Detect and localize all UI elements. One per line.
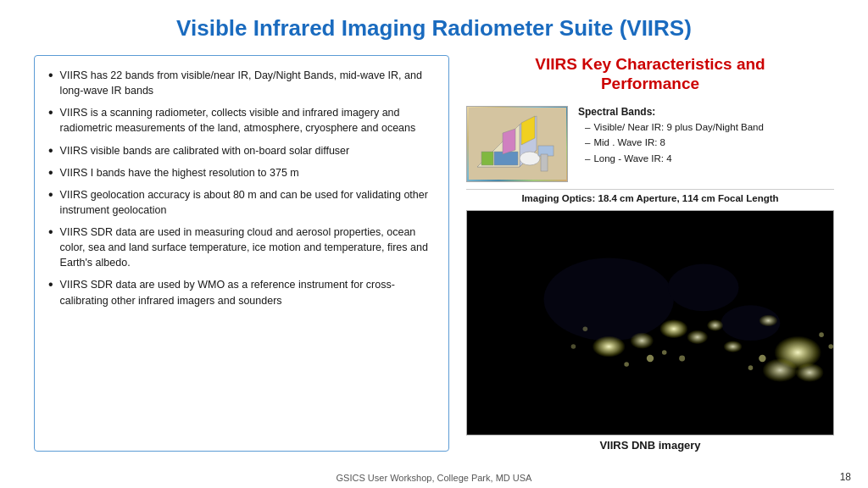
spectral-band-text: Mid . Wave IR: 8 [593,136,665,150]
svg-rect-7 [481,152,493,165]
imaging-optics: Imaging Optics: 18.4 cm Aperture, 114 cm… [466,189,834,203]
bullet-text: VIIRS SDR data are used in measuring clo… [60,225,435,270]
svg-point-20 [687,330,708,344]
svg-point-28 [748,365,754,370]
right-panel: VIIRS Key Characteristics and Performanc… [466,55,834,452]
bullet-icon: • [48,69,53,82]
list-item: • VIIRS I bands have the highest resolut… [48,165,435,180]
spectral-band-text: Long - Wave IR: 4 [593,152,671,166]
svg-point-29 [759,314,777,326]
dnb-lights-svg [467,211,833,435]
svg-point-32 [819,332,824,337]
bullet-text: VIIRS visible bands are calibrated with … [60,143,435,158]
bullet-icon: • [48,278,53,291]
svg-point-11 [544,258,674,341]
key-characteristics-header: VIIRS Key Characteristics and Performanc… [466,55,834,99]
svg-point-8 [520,152,540,165]
instrument-svg [469,108,566,180]
bullet-icon: • [48,225,53,239]
svg-point-19 [593,336,626,357]
bullet-text: VIIRS I bands have the highest resolutio… [60,165,435,180]
bullet-icon: • [48,188,53,202]
svg-point-16 [795,363,823,381]
bullet-text: VIIRS SDR data are used by WMO as a refe… [60,277,435,308]
list-item: • VIIRS is a scanning radiometer, collec… [48,105,435,136]
dnb-label: VIIRS DNB imagery [599,439,700,452]
list-item: • VIIRS has 22 bands from visible/near I… [48,68,435,98]
page-number: 18 [840,471,851,483]
dnb-image [466,210,834,435]
spectral-band-item: Mid . Wave IR: 8 [585,136,834,150]
list-item: • VIIRS SDR data are used by WMO as a re… [48,277,435,308]
left-panel: • VIIRS has 22 bands from visible/near I… [34,55,449,452]
spectral-bands-title: Spectral Bands: [578,106,834,118]
spectral-bands-list: Visible/ Near IR: 9 plus Day/Night Band … [578,121,834,166]
svg-point-25 [679,355,685,361]
spectral-band-text: Visible/ Near IR: 9 plus Day/Night Band [593,121,764,135]
svg-marker-5 [494,152,518,165]
page-title: Visible Infrared Imaging Radiometer Suit… [34,15,834,42]
list-item: • VIIRS visible bands are calibrated wit… [48,143,435,158]
svg-marker-6 [503,129,515,154]
instrument-image [466,106,568,182]
svg-point-24 [662,350,667,355]
svg-point-21 [723,341,742,352]
svg-point-18 [630,332,654,349]
svg-point-30 [583,326,588,331]
bullet-text: VIIRS has 22 bands from visible/near IR,… [60,68,435,98]
svg-point-31 [571,344,576,349]
spectral-bands: Spectral Bands: Visible/ Near IR: 9 plus… [578,106,834,169]
content-area: • VIIRS has 22 bands from visible/near I… [34,55,834,452]
svg-point-22 [707,319,724,331]
bullet-list: • VIIRS has 22 bands from visible/near I… [48,68,435,308]
svg-point-23 [647,354,654,361]
dnb-image-container: VIIRS DNB imagery [466,210,834,452]
bullet-text: VIIRS geolocation accuracy is about 80 m… [60,187,435,218]
bullet-icon: • [48,166,53,180]
svg-point-15 [762,358,798,382]
svg-point-12 [668,263,739,311]
list-item: • VIIRS SDR data are used in measuring c… [48,225,435,270]
spectral-band-item: Long - Wave IR: 4 [585,152,834,166]
top-right-content: Spectral Bands: Visible/ Near IR: 9 plus… [466,106,834,182]
slide: Visible Infrared Imaging Radiometer Suit… [0,0,868,488]
bullet-icon: • [48,144,53,158]
svg-rect-10 [541,154,548,171]
spectral-band-item: Visible/ Near IR: 9 plus Day/Night Band [585,121,834,135]
svg-point-27 [759,354,765,361]
svg-point-26 [624,362,629,367]
kc-title: VIIRS Key Characteristics and Performanc… [466,55,834,94]
list-item: • VIIRS geolocation accuracy is about 80… [48,187,435,218]
svg-point-17 [659,319,687,338]
bullet-icon: • [48,106,53,119]
footer: GSICS User Workshop, College Park, MD US… [0,473,868,483]
svg-point-33 [828,344,833,349]
bullet-text: VIIRS is a scanning radiometer, collects… [60,105,435,136]
